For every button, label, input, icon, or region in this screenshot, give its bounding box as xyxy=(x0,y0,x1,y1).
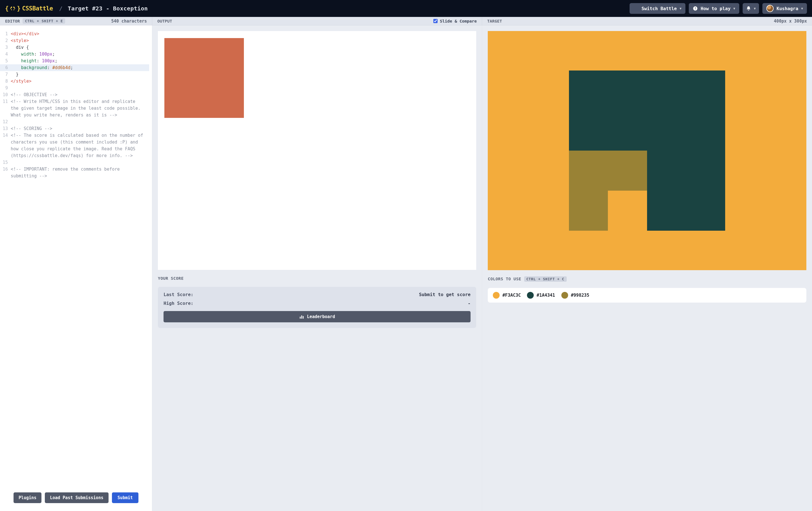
switch-battle-button[interactable]: Switch Battle ▼ xyxy=(630,3,686,14)
color-swatch-item[interactable]: #F3AC3C xyxy=(493,292,521,299)
color-hex-label: #F3AC3C xyxy=(502,293,521,298)
target-header: TARGET 400px x 300px xyxy=(482,17,812,25)
code-content: <!-- SCORING --> xyxy=(11,125,149,132)
code-line[interactable]: 1<div></div> xyxy=(0,30,149,37)
output-header: OUTPUT Slide & Compare xyxy=(152,17,482,25)
editor-column: 1<div></div>2<style>3 div {4 width: 100p… xyxy=(0,25,152,511)
code-line[interactable]: 6 background: #dd6b4d; xyxy=(0,64,149,71)
code-content: } xyxy=(11,71,149,78)
code-line[interactable]: 9 xyxy=(0,85,149,91)
code-content: height: 100px; xyxy=(11,58,149,64)
line-number: 4 xyxy=(0,51,11,58)
bars-icon xyxy=(299,314,304,319)
code-line[interactable]: 13<!-- SCORING --> xyxy=(0,125,149,132)
submit-button[interactable]: Submit xyxy=(112,492,139,503)
logo[interactable]: { } CSSBattle xyxy=(5,5,53,12)
notifications-button[interactable]: ▼ xyxy=(743,3,759,14)
color-swatch xyxy=(561,292,568,299)
leaderboard-label: Leaderboard xyxy=(307,314,335,319)
editor-header: EDITOR CTRL + SHIFT + E 540 characters xyxy=(0,17,152,25)
code-line[interactable]: 15 xyxy=(0,159,149,166)
color-hex-label: #1A4341 xyxy=(536,293,555,298)
line-number: 5 xyxy=(0,58,11,64)
high-score-row: High Score: - xyxy=(164,301,470,306)
code-line[interactable]: 11<!-- Write HTML/CSS in this editor and… xyxy=(0,98,149,118)
high-score-label: High Score: xyxy=(164,301,194,306)
load-past-button[interactable]: Load Past Submissions xyxy=(45,492,109,503)
panel-header-row: EDITOR CTRL + SHIFT + E 540 characters O… xyxy=(0,17,812,25)
username-label: Kushagra xyxy=(777,6,798,11)
line-number: 14 xyxy=(0,132,11,159)
code-content: <div></div> xyxy=(11,30,149,37)
chevron-down-icon: ▼ xyxy=(754,7,756,10)
top-bar: { } CSSBattle / Target #23 - Boxception … xyxy=(0,0,812,17)
slide-compare-checkbox[interactable] xyxy=(433,19,438,23)
switch-battle-label: Switch Battle xyxy=(641,6,677,11)
slide-compare-toggle[interactable]: Slide & Compare xyxy=(433,19,477,23)
how-to-play-label: How to play xyxy=(701,6,730,11)
how-to-play-button[interactable]: ? How to play ▼ xyxy=(689,3,739,14)
high-score-value: - xyxy=(468,301,470,306)
brand-name: CSSBattle xyxy=(22,5,53,12)
breadcrumb: / Target #23 - Boxception xyxy=(58,5,148,12)
chevron-down-icon: ▼ xyxy=(801,7,803,10)
svg-rect-4 xyxy=(303,316,303,319)
line-number: 10 xyxy=(0,91,11,98)
logo-brace-right: } xyxy=(17,5,20,12)
logo-brace-left: { xyxy=(5,5,8,12)
colors-box: #F3AC3C#1A4341#998235 xyxy=(488,288,806,303)
colors-title: COLORS TO USE CTRL + SHIFT + C xyxy=(488,276,806,282)
output-preview[interactable] xyxy=(158,31,476,270)
code-content: <!-- The score is calculated based on th… xyxy=(11,132,149,159)
line-number: 11 xyxy=(0,98,11,118)
editor-shortcut: CTRL + SHIFT + E xyxy=(23,18,65,24)
code-content: <!-- OBJECTIVE --> xyxy=(11,91,149,98)
output-column: YOUR SCORE Last Score: Submit to get sco… xyxy=(152,25,482,511)
target-preview xyxy=(488,31,806,270)
code-line[interactable]: 2<style> xyxy=(0,37,149,44)
code-line[interactable]: 14<!-- The score is calculated based on … xyxy=(0,132,149,159)
target-column: COLORS TO USE CTRL + SHIFT + C #F3AC3C#1… xyxy=(482,25,812,511)
line-number: 12 xyxy=(0,118,11,125)
char-count: 540 characters xyxy=(111,19,147,24)
editor-title: EDITOR xyxy=(5,19,20,23)
color-swatch-item[interactable]: #1A4341 xyxy=(527,292,555,299)
code-line[interactable]: 12 xyxy=(0,118,149,125)
last-score-row: Last Score: Submit to get score xyxy=(164,292,470,297)
your-score-title: YOUR SCORE xyxy=(158,276,476,281)
breadcrumb-slash: / xyxy=(59,5,63,12)
output-title: OUTPUT xyxy=(157,19,172,23)
line-number: 1 xyxy=(0,30,11,37)
code-line[interactable]: 8</style> xyxy=(0,78,149,85)
target-title: TARGET xyxy=(487,19,502,23)
code-content: </style> xyxy=(11,78,149,85)
code-line[interactable]: 4 width: 100px; xyxy=(0,51,149,58)
score-box: Last Score: Submit to get score High Sco… xyxy=(158,287,476,328)
leaderboard-button[interactable]: Leaderboard xyxy=(164,311,470,322)
main-grid: 1<div></div>2<style>3 div {4 width: 100p… xyxy=(0,25,812,511)
line-number: 9 xyxy=(0,85,11,91)
line-number: 2 xyxy=(0,37,11,44)
code-line[interactable]: 7 } xyxy=(0,71,149,78)
code-line[interactable]: 10<!-- OBJECTIVE --> xyxy=(0,91,149,98)
swords-icon xyxy=(10,6,15,11)
code-content: width: 100px; xyxy=(11,51,149,58)
color-swatch xyxy=(527,292,534,299)
code-line[interactable]: 5 height: 100px; xyxy=(0,58,149,64)
code-line[interactable]: 3 div { xyxy=(0,44,149,51)
user-menu-button[interactable]: Kushagra ▼ xyxy=(762,3,807,14)
plugins-button[interactable]: Plugins xyxy=(13,492,41,503)
svg-rect-2 xyxy=(300,317,300,319)
code-line[interactable]: 16<!-- IMPORTANT: remove the comments be… xyxy=(0,166,149,179)
target-shape-yellow-notch xyxy=(608,191,647,231)
code-content: div { xyxy=(11,44,149,51)
last-score-value: Submit to get score xyxy=(419,292,470,297)
code-content xyxy=(11,85,149,91)
color-swatch-item[interactable]: #998235 xyxy=(561,292,589,299)
code-content: <style> xyxy=(11,37,149,44)
chevron-down-icon: ▼ xyxy=(679,7,682,10)
code-editor[interactable]: 1<div></div>2<style>3 div {4 width: 100p… xyxy=(0,25,152,488)
avatar xyxy=(766,5,774,12)
svg-rect-3 xyxy=(301,315,302,318)
slide-compare-label: Slide & Compare xyxy=(440,19,477,23)
